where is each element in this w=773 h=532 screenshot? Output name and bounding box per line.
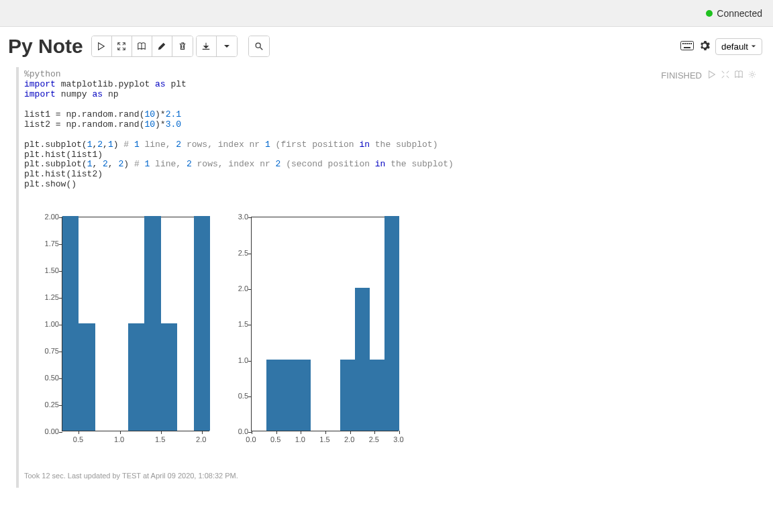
y-tick-label: 3.0: [227, 213, 248, 221]
subplot-1: 0.000.250.500.751.001.251.501.752.000.51…: [38, 217, 212, 447]
play-icon: [97, 42, 106, 51]
svg-rect-6: [690, 43, 692, 44]
y-tick-label: 0.00: [38, 427, 59, 435]
book-icon: [137, 42, 146, 51]
search-icon: [254, 42, 264, 51]
x-tick-label: 0.5: [71, 435, 85, 443]
connection-status-label: Connected: [717, 8, 762, 19]
paragraph-book-button[interactable]: [734, 70, 743, 81]
hist-bar: [340, 360, 355, 431]
paragraph-collapse-button[interactable]: [721, 70, 730, 81]
y-tick-label: 2.0: [227, 284, 248, 292]
y-tick-label: 1.25: [38, 293, 59, 301]
y-tick-label: 0.25: [38, 401, 59, 409]
notebook-title: Py Note: [8, 35, 83, 58]
paragraph-action-icons: [707, 70, 757, 81]
plot-frame: [62, 217, 209, 431]
hist-bar: [384, 216, 399, 431]
keyboard-shortcuts-button[interactable]: [680, 41, 694, 52]
paragraph-settings-button[interactable]: [748, 70, 757, 81]
svg-rect-7: [684, 47, 690, 48]
gear-icon: [699, 40, 710, 51]
paragraph-run-button[interactable]: [707, 70, 717, 81]
run-controls-group: [91, 36, 193, 57]
x-tick-label: 2.5: [367, 435, 380, 443]
hist-bar: [355, 288, 370, 431]
caret-down-icon: [223, 43, 230, 50]
code-editor[interactable]: %python import matplotlib.pyplot as plt …: [24, 70, 752, 190]
x-tick-label: 1.5: [318, 435, 331, 443]
y-tick-label: 2.00: [38, 213, 59, 221]
x-tick-label: 1.5: [154, 435, 167, 443]
hist-bar: [161, 323, 177, 431]
collapse-icon: [117, 42, 126, 51]
hist-bar: [79, 323, 95, 431]
x-tick-label: 2.0: [343, 435, 356, 443]
y-tick-label: 0.75: [38, 347, 59, 355]
hist-bar: [194, 216, 210, 431]
code-magic: %python: [24, 69, 61, 79]
trash-icon: [178, 42, 187, 51]
run-all-button[interactable]: [92, 36, 112, 56]
y-tick-label: 1.0: [227, 356, 248, 364]
subplot-2: 0.00.51.01.52.02.53.00.00.51.01.52.02.53…: [227, 217, 401, 447]
svg-rect-1: [680, 41, 693, 50]
play-icon: [707, 70, 717, 79]
output-chart-area: 0.000.250.500.751.001.251.501.752.000.51…: [24, 217, 752, 447]
hist-bar: [144, 216, 160, 431]
y-tick-label: 1.50: [38, 266, 59, 274]
hist-bar: [128, 323, 144, 431]
y-tick-label: 1.75: [38, 240, 59, 248]
svg-point-0: [256, 43, 260, 48]
hist-bar: [296, 360, 311, 431]
caret-down-icon: [751, 44, 756, 49]
x-tick-label: 2.0: [195, 435, 208, 443]
hist-bar: [370, 360, 384, 431]
svg-rect-3: [684, 43, 686, 44]
x-tick-label: 1.0: [113, 435, 126, 443]
svg-rect-5: [688, 43, 690, 44]
clear-output-button[interactable]: [172, 36, 193, 56]
x-tick-label: 0.5: [269, 435, 282, 443]
edit-button[interactable]: [152, 36, 172, 56]
x-tick-label: 3.0: [392, 435, 405, 443]
collapse-icon: [721, 70, 730, 79]
settings-button[interactable]: [699, 40, 710, 53]
y-tick-label: 1.5: [227, 320, 248, 328]
plot-frame: [251, 217, 399, 431]
gear-icon: [748, 70, 757, 79]
hide-output-button[interactable]: [112, 36, 132, 56]
show-output-button[interactable]: [132, 36, 152, 56]
paragraph-container: FINISHED %python import matplotlib.pyplo…: [0, 67, 773, 494]
y-tick-label: 0.0: [227, 427, 248, 435]
paragraph-footer: Took 12 sec. Last updated by TEST at Apr…: [24, 472, 752, 485]
search-group: [248, 36, 270, 57]
keyboard-icon: [680, 41, 694, 50]
svg-rect-2: [682, 43, 684, 44]
hist-bar: [281, 360, 296, 431]
y-tick-label: 0.5: [227, 392, 248, 400]
mode-selector-label: default: [721, 42, 748, 52]
hist-bar: [62, 216, 79, 431]
download-icon: [201, 42, 211, 51]
hist-bar: [266, 360, 281, 431]
paragraph: FINISHED %python import matplotlib.pyplo…: [16, 67, 757, 488]
y-tick-label: 0.50: [38, 374, 59, 382]
mode-selector-button[interactable]: default: [715, 38, 762, 55]
export-group: [196, 36, 238, 57]
search-button[interactable]: [249, 36, 269, 56]
svg-point-8: [751, 73, 754, 76]
download-button[interactable]: [197, 36, 217, 56]
paragraph-status-row: FINISHED: [661, 70, 757, 81]
x-tick-label: 1.0: [293, 435, 307, 443]
header-right-controls: default: [680, 38, 762, 55]
y-tick-label: 1.00: [38, 320, 59, 328]
top-status-bar: Connected: [0, 0, 773, 27]
book-icon: [734, 70, 743, 79]
paragraph-status-label: FINISHED: [661, 70, 702, 81]
status-dot-icon: [706, 10, 713, 17]
y-tick-label: 2.5: [227, 249, 248, 257]
pencil-icon: [157, 42, 166, 51]
download-menu-button[interactable]: [217, 36, 237, 56]
x-tick-label: 0.0: [244, 435, 258, 443]
